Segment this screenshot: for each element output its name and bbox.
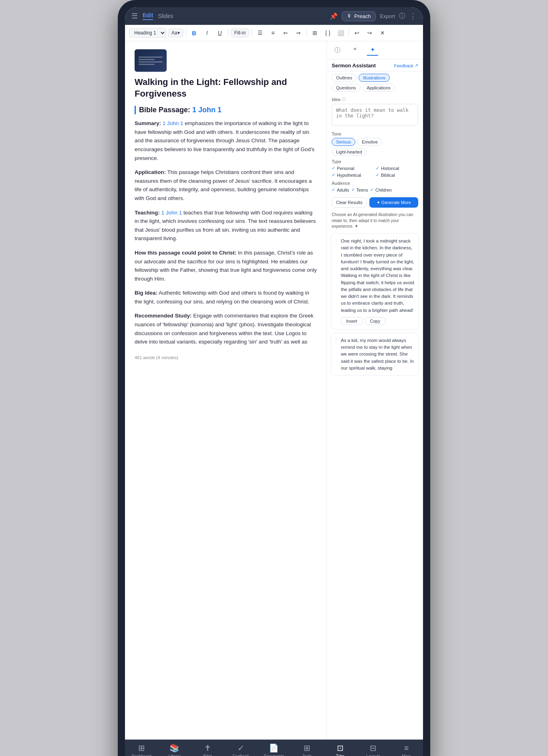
ai-hint: Choose an AI-generated illustration you … <box>327 211 423 232</box>
tab-outlines[interactable]: Outlines <box>332 74 357 82</box>
audience-adults[interactable]: ✓ Adults <box>332 187 349 192</box>
preach-label: Preach <box>354 13 371 19</box>
sermon-title[interactable]: Walking in the Light: Fellowship and For… <box>135 77 317 99</box>
generate-more-button[interactable]: ✦ Generate More <box>369 197 418 208</box>
fill-in-button[interactable]: Fill-in <box>231 28 250 37</box>
tab-slides[interactable]: Slides <box>158 13 173 19</box>
hamburger-icon[interactable]: ☰ <box>131 12 138 20</box>
quote-tab-icon[interactable]: ❝ <box>349 44 361 56</box>
nav-library[interactable]: 📚 Library <box>163 743 187 756</box>
info-tab-icon[interactable]: ⓘ <box>332 44 343 56</box>
outdent-button[interactable]: ⇐ <box>280 27 291 38</box>
nav-layouts[interactable]: ⊟ Layouts <box>361 743 385 756</box>
code-button[interactable]: { } <box>322 27 333 38</box>
export-button[interactable]: Export <box>380 13 395 19</box>
library-label: Library <box>169 754 181 756</box>
type-personal[interactable]: ✓ Personal <box>332 166 374 171</box>
illustration-card-2: ⋮⋮ As a kid, my mom would always remind … <box>331 333 419 376</box>
undo-button[interactable]: ↩ <box>351 27 363 38</box>
redo-button[interactable]: ↪ <box>364 27 375 38</box>
underline-button[interactable]: U <box>214 27 226 38</box>
sermon-assistant-header: Sermon Assistant Feedback ↗ <box>327 59 423 71</box>
type-historical[interactable]: ✓ Historical <box>376 166 418 171</box>
factbook-icon: ✓ <box>238 743 244 753</box>
divider-2 <box>228 29 228 37</box>
nav-factbook[interactable]: ✓ Factbook <box>229 743 253 756</box>
summary-ref[interactable]: 1 John 1 <box>163 120 183 126</box>
check-biblical-icon: ✓ <box>376 172 379 178</box>
factbook-label: Factbook <box>233 754 249 756</box>
divider-1 <box>186 29 186 37</box>
christ-section: How this passage could point to Christ: … <box>135 249 317 283</box>
device-frame: ☰ Edit Slides 📌 🎙 Preach Export ⓘ ⋮ Head… <box>118 0 430 756</box>
filter-tabs: Outlines Illustrations Questions Applica… <box>327 71 423 94</box>
tools-label: Tools <box>302 754 312 756</box>
tab-applications[interactable]: Applications <box>363 84 395 92</box>
audience-teens[interactable]: ✓ Teens <box>351 187 368 192</box>
audience-teens-label: Teens <box>357 188 368 192</box>
tone-lighthearted[interactable]: Light-hearted <box>332 148 367 156</box>
more-icon[interactable]: ⋮ <box>409 12 417 20</box>
tab-edit[interactable]: Edit <box>143 12 153 20</box>
nav-more[interactable]: ≡ More <box>395 744 419 756</box>
summary-text: emphasizes the importance of walking in … <box>135 120 314 161</box>
application-label: Application: <box>135 169 166 175</box>
table-button[interactable]: ⊞ <box>309 27 320 38</box>
illustration-text-2: As a kid, my mom would always remind me … <box>335 337 415 372</box>
bullet-list-button[interactable]: ☰ <box>254 27 266 38</box>
tab-questions[interactable]: Questions <box>332 84 361 92</box>
divider-4 <box>306 29 307 37</box>
nav-dashboard[interactable]: ⊞ Dashboard <box>129 743 153 756</box>
copy-button-1[interactable]: Copy <box>365 317 386 325</box>
tab-illustrations[interactable]: Illustrations <box>359 74 390 82</box>
indent-button[interactable]: ⇒ <box>293 27 304 38</box>
heading-select[interactable]: Heading 1 <box>129 28 166 38</box>
font-size-button[interactable]: Aa▾ <box>168 28 183 37</box>
bottom-navigation: ⊞ Dashboard 📚 Library ✝ Bible ✓ Factbook… <box>125 740 423 756</box>
type-biblical[interactable]: ✓ Biblical <box>376 172 418 178</box>
nav-documents[interactable]: 📄 Documents <box>262 743 286 756</box>
teaching-ref[interactable]: 1 John 1 <box>161 210 182 216</box>
type-hypothetical[interactable]: ✓ Hypothetical <box>332 172 374 178</box>
bible-passage-heading: Bible Passage: 1 John 1 <box>135 106 317 114</box>
type-grid: ✓ Personal ✓ Historical ✓ Hypothetical <box>332 166 418 178</box>
clear-results-button[interactable]: Clear Results <box>332 197 367 208</box>
bible-ref[interactable]: 1 John 1 <box>192 106 222 114</box>
close-button[interactable]: ✕ <box>377 27 388 38</box>
nav-tabs[interactable]: ⊡ Tabs <box>328 743 352 756</box>
type-label: Type <box>332 159 418 164</box>
tone-section: Tone Serious Emotive Light-hearted <box>327 130 423 158</box>
divider-3 <box>252 29 252 37</box>
summary-section: Summary: 1 John 1 emphasizes the importa… <box>135 119 317 162</box>
application-section: Application: This passage helps Christia… <box>135 168 317 202</box>
bold-button[interactable]: B <box>189 27 200 38</box>
study-label: Recommended Study: <box>135 313 192 319</box>
pin-icon[interactable]: 📌 <box>330 12 338 20</box>
big-idea-section: Big Idea: Authentic fellowship with God … <box>135 289 317 306</box>
info-icon[interactable]: ⓘ <box>399 12 405 20</box>
bible-label: Bible <box>203 754 212 756</box>
feedback-link[interactable]: Feedback ↗ <box>394 63 418 68</box>
nav-tools[interactable]: ⊞ Tools <box>295 743 319 756</box>
tone-emotive[interactable]: Emotive <box>357 138 382 146</box>
idea-label: Idea ⓘ <box>332 97 418 102</box>
italic-button[interactable]: I <box>201 27 213 38</box>
bible-passage-label: Bible Passage: <box>139 106 190 114</box>
preach-button[interactable]: 🎙 Preach <box>342 11 376 21</box>
study-section: Recommended Study: Engage with commentar… <box>135 311 317 346</box>
idea-input[interactable] <box>332 104 418 126</box>
nav-bible[interactable]: ✝ Bible <box>196 743 220 756</box>
big-idea-label: Big Idea: <box>135 290 157 296</box>
audience-children[interactable]: ✓ Children <box>370 187 392 192</box>
main-content: Walking in the Light: Fellowship and For… <box>125 41 423 740</box>
insert-button-1[interactable]: Insert <box>341 317 363 325</box>
tools-icon: ⊞ <box>304 743 310 753</box>
type-historical-label: Historical <box>381 166 399 171</box>
editor-pane[interactable]: Walking in the Light: Fellowship and For… <box>125 41 327 740</box>
tone-serious[interactable]: Serious <box>332 138 355 146</box>
frame-button[interactable]: ⬜ <box>335 27 346 38</box>
feedback-arrow-icon: ↗ <box>415 63 418 68</box>
numbered-list-button[interactable]: ≡ <box>267 27 278 38</box>
audience-tags: ✓ Adults ✓ Teens ✓ Children <box>332 187 418 192</box>
sparkle-tab-icon[interactable]: ✦ <box>367 44 378 56</box>
